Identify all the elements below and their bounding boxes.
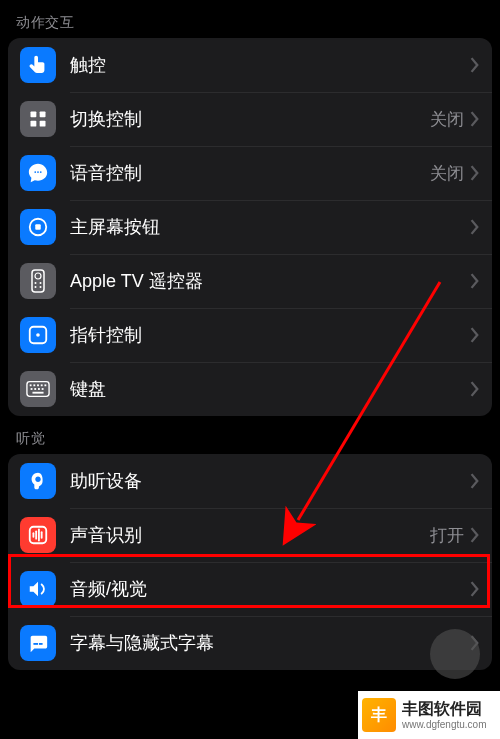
- chevron-right-icon: [470, 381, 480, 397]
- svg-point-11: [40, 286, 42, 288]
- svg-rect-21: [34, 388, 36, 390]
- row-home-button[interactable]: 主屏幕按钮: [8, 200, 492, 254]
- svg-rect-17: [37, 384, 39, 386]
- home-button-icon: [20, 209, 56, 245]
- watermark-title: 丰图软件园: [402, 699, 487, 718]
- touch-icon: [20, 47, 56, 83]
- svg-rect-18: [41, 384, 43, 386]
- chevron-right-icon: [470, 111, 480, 127]
- row-hearing-devices[interactable]: 助听设备: [8, 454, 492, 508]
- row-value: 打开: [430, 524, 464, 547]
- row-label: 指针控制: [70, 323, 470, 347]
- row-label: Apple TV 遥控器: [70, 269, 470, 293]
- sound-recognition-icon: [20, 517, 56, 553]
- subtitles-icon: [20, 625, 56, 661]
- section-header-interaction: 动作交互: [0, 0, 500, 38]
- row-value: 关闭: [430, 108, 464, 131]
- row-label: 助听设备: [70, 469, 470, 493]
- list-hearing: 助听设备 声音识别 打开 音频/视觉 字幕与隐藏式字幕: [8, 454, 492, 670]
- row-switch-control[interactable]: 切换控制 关闭: [8, 92, 492, 146]
- watermark-url: www.dgfengtu.com: [402, 719, 487, 731]
- row-label: 切换控制: [70, 107, 430, 131]
- row-label: 字幕与隐藏式字幕: [70, 631, 470, 655]
- hearing-devices-icon: [20, 463, 56, 499]
- row-label: 语音控制: [70, 161, 430, 185]
- section-header-hearing: 听觉: [0, 416, 500, 454]
- svg-rect-31: [39, 643, 43, 645]
- row-touch[interactable]: 触控: [8, 38, 492, 92]
- row-value: 关闭: [430, 162, 464, 185]
- row-label: 主屏幕按钮: [70, 215, 470, 239]
- switch-control-icon: [20, 101, 56, 137]
- row-audio-visual[interactable]: 音频/视觉: [8, 562, 492, 616]
- row-keyboard[interactable]: 键盘: [8, 362, 492, 416]
- chevron-right-icon: [470, 57, 480, 73]
- keyboard-icon: [20, 371, 56, 407]
- row-label: 音频/视觉: [70, 577, 470, 601]
- row-label: 声音识别: [70, 523, 430, 547]
- watermark: 丰 丰图软件园 www.dgfengtu.com: [358, 691, 500, 739]
- chevron-right-icon: [470, 581, 480, 597]
- row-subtitles[interactable]: 字幕与隐藏式字幕: [8, 616, 492, 670]
- svg-rect-23: [42, 388, 44, 390]
- voice-control-icon: [20, 155, 56, 191]
- row-apple-tv-remote[interactable]: Apple TV 遥控器: [8, 254, 492, 308]
- svg-rect-16: [33, 384, 35, 386]
- list-interaction: 触控 切换控制 关闭 语音控制 关闭 主屏幕按钮 Apple TV 遥控器: [8, 38, 492, 416]
- svg-rect-19: [44, 384, 46, 386]
- svg-point-10: [35, 286, 37, 288]
- svg-rect-2: [31, 121, 37, 127]
- chevron-right-icon: [470, 165, 480, 181]
- row-pointer-control[interactable]: 指针控制: [8, 308, 492, 362]
- svg-point-13: [36, 333, 40, 337]
- row-label: 键盘: [70, 377, 470, 401]
- pointer-control-icon: [20, 317, 56, 353]
- svg-point-8: [35, 282, 37, 284]
- row-sound-recognition[interactable]: 声音识别 打开: [8, 508, 492, 562]
- audio-visual-icon: [20, 571, 56, 607]
- svg-point-7: [35, 273, 41, 279]
- chevron-right-icon: [470, 219, 480, 235]
- row-voice-control[interactable]: 语音控制 关闭: [8, 146, 492, 200]
- apple-tv-remote-icon: [20, 263, 56, 299]
- chevron-right-icon: [470, 273, 480, 289]
- chevron-right-icon: [470, 327, 480, 343]
- svg-rect-1: [40, 112, 46, 118]
- svg-point-9: [40, 282, 42, 284]
- svg-rect-0: [31, 112, 37, 118]
- row-label: 触控: [70, 53, 470, 77]
- svg-rect-5: [35, 224, 41, 230]
- chevron-right-icon: [470, 527, 480, 543]
- svg-rect-24: [32, 392, 43, 394]
- chevron-right-icon: [470, 473, 480, 489]
- svg-rect-3: [40, 121, 46, 127]
- svg-rect-30: [33, 643, 38, 645]
- svg-rect-20: [31, 388, 33, 390]
- assistive-touch-button[interactable]: [430, 629, 480, 679]
- svg-rect-15: [30, 384, 32, 386]
- svg-rect-22: [38, 388, 40, 390]
- watermark-logo-icon: 丰: [362, 698, 396, 732]
